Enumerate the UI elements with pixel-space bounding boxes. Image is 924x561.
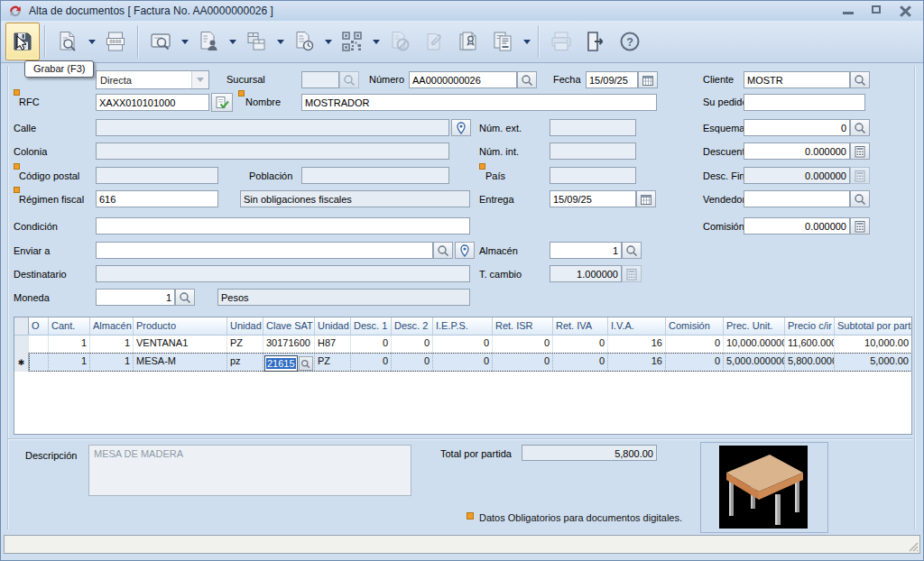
almacen-field[interactable] — [550, 242, 622, 259]
help-button[interactable]: ? — [613, 23, 647, 60]
cell-almacen[interactable]: 1 — [90, 336, 134, 353]
cell-desc1[interactable]: 0 — [351, 353, 392, 372]
grid-row[interactable]: 1 1 VENTANA1 PZ 30171600 H87 0 0 0 0 0 1… — [14, 336, 912, 353]
cell-o[interactable] — [29, 336, 49, 353]
qr-stamp-button[interactable] — [335, 23, 369, 60]
esquema-field[interactable] — [744, 119, 850, 136]
cell-precio-imp[interactable]: 11,600.000000 — [785, 336, 835, 353]
document-type-combo[interactable]: Directa — [96, 70, 209, 89]
cell-ret-isr[interactable]: 0 — [493, 336, 553, 353]
cell-prec-unit[interactable]: 10,000.000000 — [724, 336, 785, 353]
save-button[interactable] — [5, 23, 40, 60]
certificate-button[interactable] — [451, 23, 485, 60]
fecha-calendar-button[interactable] — [638, 71, 658, 88]
cell-almacen[interactable]: 1 — [90, 353, 134, 372]
search-document-button[interactable] — [143, 23, 178, 60]
vendedor-field[interactable] — [744, 190, 850, 207]
moneda-search-button[interactable] — [175, 289, 195, 306]
rfc-validate-button[interactable] — [211, 93, 233, 112]
cliente-field[interactable] — [744, 71, 850, 88]
resize-grip-icon[interactable] — [907, 540, 919, 552]
title-bar[interactable]: Alta de documentos [ Factura No. AA00000… — [1, 1, 923, 21]
exit-button[interactable] — [578, 23, 613, 60]
grid-row-editing[interactable]: ✱ 1 1 MESA-M pz 21615 PZ 0 0 0 0 0 — [14, 353, 912, 372]
client-info-button[interactable] — [191, 23, 226, 60]
vendedor-search-button[interactable] — [850, 190, 870, 207]
cell-clave-sat[interactable]: 30171600 — [263, 336, 315, 353]
entrega-calendar-button[interactable] — [636, 190, 656, 207]
qr-dropdown-arrow[interactable] — [369, 23, 383, 60]
descuento-field[interactable] — [744, 143, 850, 160]
num-int-field[interactable] — [550, 143, 636, 160]
rfc-field[interactable] — [96, 94, 209, 111]
nombre-field[interactable] — [301, 94, 657, 111]
copy-dropdown-arrow[interactable] — [520, 23, 533, 60]
cell-comision[interactable]: 0 — [666, 353, 724, 372]
cell-producto[interactable]: VENTANA1 — [134, 336, 227, 353]
calle-field[interactable] — [96, 119, 449, 136]
cell-prec-unit[interactable]: 5,000.000000 — [724, 353, 785, 372]
inventory-button[interactable] — [239, 23, 273, 60]
numero-search-button[interactable] — [517, 71, 537, 88]
cell-iva[interactable]: 16 — [608, 336, 666, 353]
cell-unidad[interactable]: PZ — [227, 336, 263, 353]
enviar-a-field[interactable] — [96, 242, 433, 259]
cell-unidad-sat[interactable]: H87 — [315, 336, 351, 353]
cell-cant[interactable]: 1 — [49, 353, 90, 372]
comision-calc-button[interactable] — [850, 217, 870, 235]
search-dropdown-arrow[interactable] — [178, 23, 191, 60]
status-dropdown-arrow[interactable] — [321, 23, 335, 60]
cell-desc2[interactable]: 0 — [392, 336, 433, 353]
clave-sat-search-button[interactable] — [299, 356, 313, 371]
colonia-field[interactable] — [96, 143, 449, 160]
esquema-search-button[interactable] — [850, 119, 870, 136]
cell-ret-iva[interactable]: 0 — [553, 353, 608, 372]
restore-button[interactable] — [871, 5, 883, 16]
client-dropdown-arrow[interactable] — [226, 23, 239, 60]
cell-cant[interactable]: 1 — [49, 336, 90, 353]
enviar-a-map-button[interactable] — [455, 242, 475, 259]
cell-o[interactable] — [29, 353, 49, 372]
cell-desc2[interactable]: 0 — [392, 353, 433, 372]
cell-comision[interactable]: 0 — [666, 336, 724, 353]
folio-button[interactable]: 0000 — [98, 23, 133, 60]
preview-dropdown-arrow[interactable] — [85, 23, 98, 60]
cell-unidad-sat[interactable]: PZ — [315, 353, 351, 372]
fecha-field[interactable] — [586, 71, 638, 88]
regimen-fiscal-field[interactable] — [96, 190, 218, 207]
cell-ieps[interactable]: 0 — [433, 353, 493, 372]
cliente-search-button[interactable] — [850, 71, 870, 88]
entrega-field[interactable] — [550, 190, 636, 207]
cell-subtotal[interactable]: 10,000.00 — [835, 336, 912, 353]
preview-document-button[interactable] — [51, 23, 85, 60]
numero-field[interactable] — [409, 71, 517, 88]
cell-precio-imp[interactable]: 5,800.000000 — [785, 353, 835, 372]
cell-ieps[interactable]: 0 — [433, 336, 493, 353]
calle-map-button[interactable] — [451, 119, 471, 136]
moneda-field[interactable] — [96, 289, 175, 306]
clave-sat-editbox[interactable]: 21615 — [264, 355, 298, 372]
minimize-button[interactable] — [842, 5, 855, 16]
document-status-button[interactable] — [287, 23, 321, 60]
cell-desc1[interactable]: 0 — [351, 336, 392, 353]
pais-field[interactable] — [550, 167, 636, 184]
comision-field[interactable] — [744, 217, 850, 235]
cell-unidad[interactable]: pz — [227, 353, 263, 372]
enviar-a-search-button[interactable] — [433, 242, 453, 259]
copy-document-button[interactable] — [485, 23, 520, 60]
almacen-search-button[interactable] — [622, 242, 642, 259]
cell-clave-sat-editing[interactable]: 21615 — [263, 353, 315, 372]
cell-producto[interactable]: MESA-M — [134, 353, 227, 372]
codigo-postal-field[interactable] — [96, 167, 218, 184]
cell-ret-isr[interactable]: 0 — [493, 353, 553, 372]
sucursal-field[interactable] — [301, 71, 339, 88]
close-button[interactable] — [900, 5, 912, 16]
cell-subtotal[interactable]: 5,000.00 — [835, 353, 912, 372]
cell-iva[interactable]: 16 — [608, 353, 666, 372]
descripcion-box[interactable]: MESA DE MADERA — [88, 445, 411, 496]
num-ext-field[interactable] — [550, 119, 636, 136]
poblacion-field[interactable] — [301, 167, 449, 184]
condicion-field[interactable] — [96, 217, 470, 235]
su-pedido-field[interactable] — [744, 94, 865, 111]
cell-ret-iva[interactable]: 0 — [553, 336, 608, 353]
